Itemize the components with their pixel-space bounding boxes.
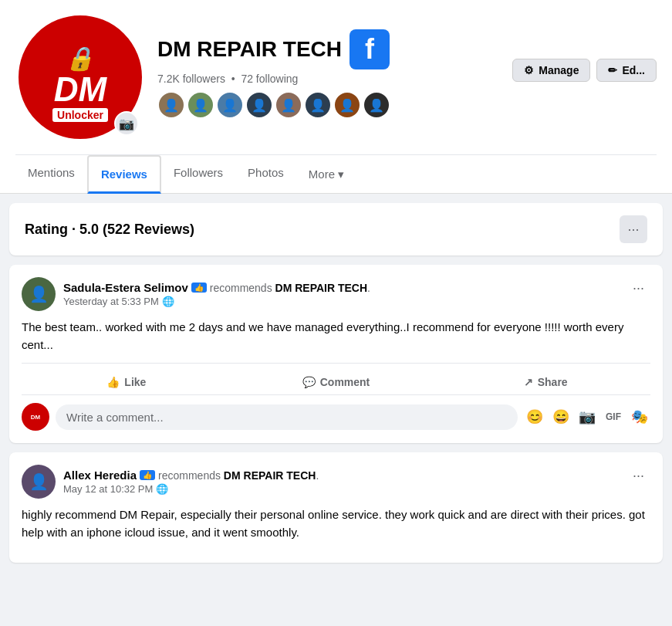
page-info: DM REPAIR TECH f 7.2K followers • 72 fol… — [157, 29, 500, 125]
nav-tabs: Mentions Reviews Followers Photos More ▾ — [15, 154, 657, 193]
review-card-1: 👤 Sadula-Estera Selimov 👍 recommends DM … — [9, 265, 663, 443]
edit-button[interactable]: ✏ Ed... — [596, 59, 657, 82]
like-icon-1: 👍 — [106, 376, 120, 388]
tab-mentions[interactable]: Mentions — [15, 155, 87, 193]
following-count: 72 following — [241, 73, 298, 85]
emoji-icon-1[interactable]: 😊 — [524, 406, 545, 428]
recommends-text-2: recommends DM REPAIR TECH. — [158, 469, 319, 482]
comment-icon-1: 💬 — [302, 376, 316, 388]
more-emoji-icon-1[interactable]: 🎭 — [629, 406, 650, 428]
like-button-1[interactable]: 👍 Like — [22, 370, 231, 394]
share-icon-1: ↗ — [524, 376, 533, 388]
chevron-down-icon: ▾ — [338, 167, 344, 181]
review-header-2: 👤 Allex Heredia 👍 recommends DM REPAIR T… — [22, 465, 650, 499]
follower-avatar: 👤 — [245, 91, 273, 119]
follower-avatar: 👤 — [275, 91, 302, 119]
review-author-name-1: Sadula-Estera Selimov 👍 recommends DM RE… — [63, 281, 370, 294]
follower-avatar: 👤 — [187, 91, 214, 119]
review-actions-1: 👍 Like 💬 Comment ↗ Share — [22, 363, 650, 394]
page-title-row: DM REPAIR TECH f — [157, 29, 500, 69]
manage-button[interactable]: ⚙ Manage — [512, 59, 590, 82]
review-card-2: 👤 Allex Heredia 👍 recommends DM REPAIR T… — [9, 452, 663, 563]
camera-icon: 📷 — [119, 117, 134, 131]
lock-icon: 🔒 — [66, 46, 94, 71]
recommends-text-1: recommends DM REPAIR TECH. — [210, 282, 370, 294]
review-more-button-1[interactable]: ··· — [626, 277, 650, 299]
follower-avatar: 👤 — [304, 91, 332, 119]
review-meta-1: Yesterday at 5:33 PM 🌐 — [63, 296, 370, 307]
rating-more-button[interactable]: ··· — [620, 215, 647, 243]
comment-avatar-1: DM — [22, 403, 49, 431]
recommendation-badge-1: 👍 — [191, 283, 207, 293]
review-more-button-2[interactable]: ··· — [626, 465, 650, 487]
followers-avatars: 👤 👤 👤 👤 👤 👤 👤 👤 — [157, 91, 500, 119]
page-avatar-wrap: 🔒 DM Unlocker 📷 — [15, 12, 145, 142]
share-button-1[interactable]: ↗ Share — [441, 370, 650, 394]
review-avatar-2: 👤 — [22, 465, 56, 499]
tab-reviews[interactable]: Reviews — [87, 155, 161, 194]
page-name: DM REPAIR TECH — [157, 37, 342, 62]
gif-icon-1[interactable]: GIF — [603, 406, 624, 428]
page-meta: 7.2K followers • 72 following — [157, 73, 500, 85]
review-meta-2: May 12 at 10:32 PM 🌐 — [63, 483, 319, 495]
comment-row-1: DM Write a comment... 😊 😄 📷 GIF 🎭 — [22, 394, 650, 431]
globe-icon-2: 🌐 — [156, 483, 168, 495]
review-author-info-1: Sadula-Estera Selimov 👍 recommends DM RE… — [63, 281, 370, 307]
follower-avatar: 👤 — [333, 91, 361, 119]
tab-more[interactable]: More ▾ — [296, 155, 356, 193]
avatar-unlocker-text: Unlocker — [52, 108, 108, 122]
review-author-name-2: Allex Heredia 👍 recommends DM REPAIR TEC… — [63, 469, 319, 482]
sticker-icon-1[interactable]: 😄 — [550, 406, 572, 428]
tab-followers[interactable]: Followers — [161, 155, 235, 193]
page-header: 🔒 DM Unlocker 📷 DM REPAIR TECH f 7.2K fo… — [0, 0, 672, 194]
avatar-dm-text: DM — [52, 73, 108, 107]
follower-avatar: 👤 — [157, 91, 185, 119]
review-avatar-1: 👤 — [22, 277, 56, 311]
comment-placeholder-1: Write a comment... — [66, 411, 164, 424]
recommendation-badge-2: 👍 — [140, 470, 155, 480]
rating-card: Rating · 5.0 (522 Reviews) ··· — [9, 203, 663, 255]
tab-photos[interactable]: Photos — [235, 155, 296, 193]
review-header-1: 👤 Sadula-Estera Selimov 👍 recommends DM … — [22, 277, 650, 311]
main-content: Rating · 5.0 (522 Reviews) ··· 👤 Sadula-… — [0, 203, 672, 563]
review-text-2: highly recommend DM Repair, especially t… — [22, 506, 650, 541]
review-author-row-1: 👤 Sadula-Estera Selimov 👍 recommends DM … — [22, 277, 370, 311]
rating-title: Rating · 5.0 (522 Reviews) — [25, 222, 194, 238]
followers-count: 7.2K followers — [157, 73, 225, 85]
camera-button[interactable]: 📷 — [114, 111, 139, 136]
facebook-logo: f — [350, 29, 390, 69]
follower-avatar: 👤 — [216, 91, 244, 119]
profile-row: 🔒 DM Unlocker 📷 DM REPAIR TECH f 7.2K fo… — [15, 12, 657, 151]
edit-icon: ✏ — [608, 64, 617, 76]
globe-icon-1: 🌐 — [162, 296, 174, 307]
comment-icons-1: 😊 😄 📷 GIF 🎭 — [524, 406, 650, 428]
manage-label: Manage — [539, 64, 579, 76]
header-actions: ⚙ Manage ✏ Ed... — [512, 59, 657, 82]
edit-label: Ed... — [622, 64, 645, 76]
manage-icon: ⚙ — [524, 64, 534, 76]
follower-avatar: 👤 — [363, 91, 390, 119]
photo-icon-1[interactable]: 📷 — [576, 406, 598, 428]
review-author-info-2: Allex Heredia 👍 recommends DM REPAIR TEC… — [63, 469, 319, 495]
comment-input-1[interactable]: Write a comment... — [56, 404, 518, 430]
review-text-1: The best team.. worked with me 2 days an… — [22, 319, 650, 354]
review-author-row-2: 👤 Allex Heredia 👍 recommends DM REPAIR T… — [22, 465, 319, 499]
comment-button-1[interactable]: 💬 Comment — [231, 370, 441, 394]
